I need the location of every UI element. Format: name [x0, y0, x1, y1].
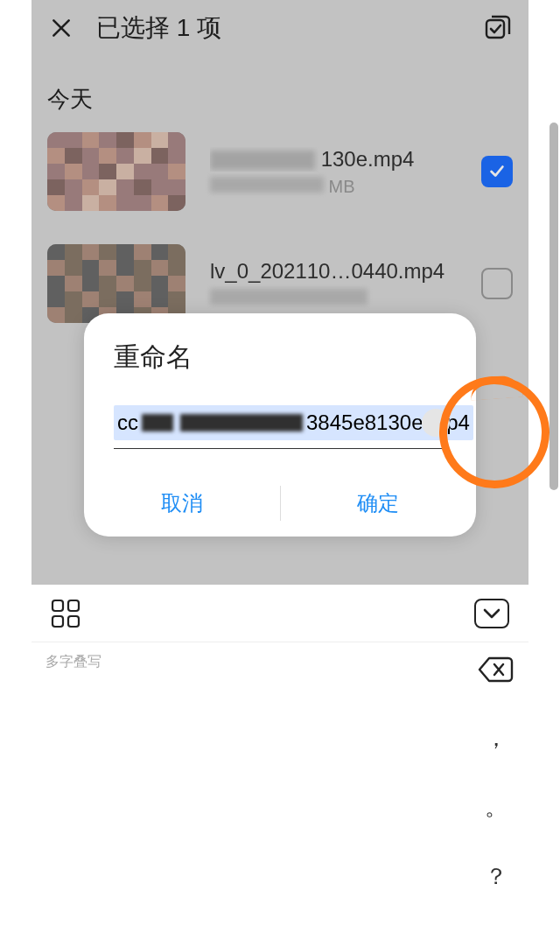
cancel-button[interactable]: 取消: [84, 470, 280, 537]
punct-period[interactable]: 。: [485, 792, 508, 823]
dialog-buttons: 取消 确定: [84, 470, 476, 537]
punct-comma[interactable]: ，: [485, 723, 508, 754]
rename-input-wrap[interactable]: cc 3845e8130e.mp4: [114, 400, 446, 449]
handwriting-area[interactable]: 多字叠写: [32, 642, 464, 926]
confirm-button[interactable]: 确定: [281, 470, 477, 537]
keyboard-switch-icon[interactable]: [51, 599, 80, 628]
dialog-title: 重命名: [84, 340, 476, 400]
clear-input-icon[interactable]: [422, 409, 450, 437]
ime-keyboard: 多字叠写 ， 。 ？ |: [32, 585, 528, 926]
svg-rect-3: [52, 616, 63, 627]
keyboard-toolbar: [32, 585, 528, 642]
handwriting-mode-label: 多字叠写: [46, 653, 450, 671]
keyboard-collapse-icon[interactable]: [474, 599, 509, 628]
svg-rect-4: [68, 616, 79, 627]
keyboard-body: 多字叠写 ， 。 ？ |: [32, 642, 528, 926]
rename-dialog: 重命名 cc 3845e8130e.mp4 取消 确定: [84, 313, 476, 537]
keyboard-side-column: ， 。 ？ |: [464, 642, 528, 926]
app-screen: 已选择 1 项 今天 130e.mp4 MB: [32, 0, 528, 585]
backspace-icon[interactable]: [477, 655, 515, 684]
rename-input[interactable]: [114, 400, 446, 449]
page-scrollbar[interactable]: [550, 123, 558, 490]
punct-question[interactable]: ？: [485, 861, 508, 892]
svg-rect-2: [68, 600, 79, 611]
svg-rect-1: [52, 600, 63, 611]
